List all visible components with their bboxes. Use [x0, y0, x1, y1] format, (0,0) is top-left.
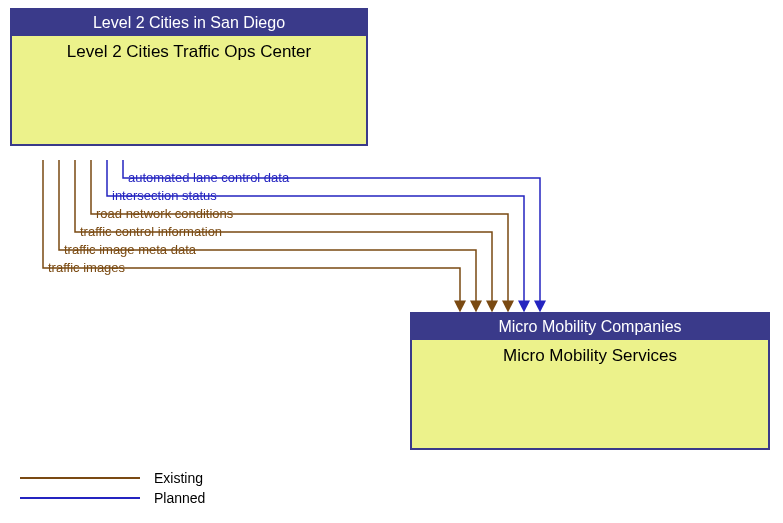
- legend-row-existing: Existing: [20, 470, 205, 486]
- node-micro-mobility-body: Micro Mobility Services: [412, 340, 768, 448]
- node-level2-cities: Level 2 Cities in San Diego Level 2 Citi…: [10, 8, 368, 146]
- flow-label: traffic control information: [80, 224, 222, 239]
- legend-row-planned: Planned: [20, 490, 205, 506]
- flow-label: road network conditions: [96, 206, 233, 221]
- legend-label-planned: Planned: [154, 490, 205, 506]
- legend-label-existing: Existing: [154, 470, 203, 486]
- flow-label: intersection status: [112, 188, 217, 203]
- flow-label: automated lane control data: [128, 170, 289, 185]
- node-micro-mobility: Micro Mobility Companies Micro Mobility …: [410, 312, 770, 450]
- legend-swatch-existing: [20, 477, 140, 479]
- node-level2-cities-header: Level 2 Cities in San Diego: [12, 10, 366, 36]
- legend: Existing Planned: [20, 470, 205, 510]
- legend-swatch-planned: [20, 497, 140, 499]
- node-level2-cities-body: Level 2 Cities Traffic Ops Center: [12, 36, 366, 144]
- flow-label: traffic images: [48, 260, 125, 275]
- flow-label: traffic image meta data: [64, 242, 196, 257]
- node-micro-mobility-header: Micro Mobility Companies: [412, 314, 768, 340]
